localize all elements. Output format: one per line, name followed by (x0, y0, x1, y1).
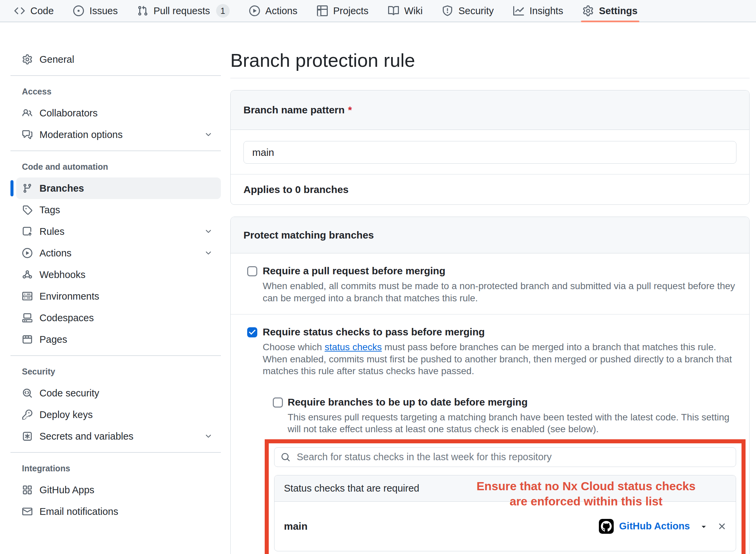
sidebar-item-environments[interactable]: Environments (16, 285, 221, 307)
sidebar-item-label: Environments (39, 291, 99, 302)
description-prefix: Choose which (263, 342, 325, 352)
caret-down-icon[interactable] (699, 522, 708, 531)
tab-actions[interactable]: Actions (239, 0, 307, 22)
code-icon (14, 5, 25, 16)
tab-code[interactable]: Code (4, 0, 63, 22)
sidebar-item-rules[interactable]: Rules (16, 221, 221, 242)
rules-icon (22, 226, 32, 237)
tab-issues[interactable]: Issues (63, 0, 127, 22)
play-icon (249, 5, 260, 16)
settings-sidebar: GeneralAccessCollaboratorsModeration opt… (10, 22, 221, 522)
apps-icon (22, 485, 32, 495)
tab-label: Wiki (404, 5, 423, 17)
sidebar-item-tags[interactable]: Tags (16, 199, 221, 221)
sidebar-item-label: Email notifications (39, 506, 118, 517)
chevron-down-icon (204, 249, 212, 257)
sidebar-item-secrets-and-variables[interactable]: Secrets and variables (16, 425, 221, 447)
sidebar-section-security: Security (10, 363, 221, 380)
sidebar-section-code-and-automation: Code and automation (10, 159, 221, 175)
webhook-icon (22, 270, 32, 280)
graph-icon (513, 5, 524, 16)
tab-projects[interactable]: Projects (307, 0, 378, 22)
book-icon (388, 5, 399, 16)
require-status-checks-description: Choose which status checks must pass bef… (263, 341, 736, 377)
tab-label: Code (30, 5, 54, 17)
tab-security[interactable]: Security (432, 0, 503, 22)
status-checks-rows: mainGitHub Actions (274, 502, 736, 551)
require-pr-checkbox[interactable] (247, 266, 257, 276)
git-pull-request-icon (137, 5, 148, 16)
branch-name-pattern-label: Branch name pattern (243, 104, 345, 116)
tab-wiki[interactable]: Wiki (378, 0, 433, 22)
sidebar-item-general[interactable]: General (16, 49, 221, 70)
require-up-to-date-checkbox[interactable] (273, 397, 283, 408)
search-icon (281, 452, 290, 462)
tab-label: Projects (333, 5, 369, 17)
status-check-name: main (284, 521, 308, 532)
sidebar-item-label: Collaborators (39, 108, 97, 119)
sidebar-divider (10, 75, 221, 76)
require-up-to-date-description: This ensures pull requests targeting a m… (288, 411, 736, 435)
sidebar-item-label: Rules (39, 226, 64, 237)
sidebar-item-label: Moderation options (39, 129, 123, 140)
tab-pull-requests[interactable]: Pull requests1 (127, 0, 239, 22)
repo-nav: CodeIssuesPull requests1ActionsProjectsW… (0, 0, 756, 22)
browser-icon (22, 334, 32, 344)
chevron-down-icon (204, 227, 212, 236)
tab-settings[interactable]: Settings (573, 0, 647, 22)
require-status-checks-checkbox[interactable] (247, 327, 257, 337)
issue-opened-icon (73, 5, 84, 16)
sidebar-item-webhooks[interactable]: Webhooks (16, 264, 221, 285)
table-icon (317, 5, 328, 16)
page-title: Branch protection rule (230, 51, 750, 78)
sidebar-item-label: Webhooks (39, 269, 86, 280)
sidebar-section-integrations: Integrations (10, 460, 221, 476)
sidebar-item-label: Branches (39, 183, 84, 194)
require-up-to-date-block: Require branches to be up to date before… (273, 396, 736, 435)
require-pr-section: Require a pull request before merging Wh… (231, 253, 749, 314)
sidebar-divider (10, 355, 221, 356)
key-icon (22, 410, 32, 420)
tab-label: Issues (89, 5, 118, 17)
applies-to-branches: Applies to 0 branches (231, 174, 749, 204)
tab-insights[interactable]: Insights (503, 0, 573, 22)
protect-matching-branches-header: Protect matching branches (231, 217, 749, 253)
gear-icon (22, 54, 32, 64)
sidebar-item-codespaces[interactable]: Codespaces (16, 307, 221, 329)
mail-icon (22, 506, 32, 517)
tab-label: Pull requests (153, 5, 210, 17)
sidebar-item-github-apps[interactable]: GitHub Apps (16, 479, 221, 501)
status-checks-search-input[interactable] (274, 447, 736, 467)
server-icon (22, 291, 32, 301)
status-check-source-link[interactable]: GitHub Actions (619, 521, 690, 532)
remove-status-check-icon[interactable] (717, 521, 727, 531)
sidebar-item-label: Actions (39, 248, 71, 259)
branch-name-pattern-input[interactable] (243, 141, 736, 164)
branch-name-pattern-card: Branch name pattern * Applies to 0 branc… (230, 90, 750, 205)
required-asterisk: * (348, 104, 352, 116)
required-status-checks-list: Status checks that are required Ensure t… (274, 475, 736, 551)
sidebar-item-branches[interactable]: Branches (16, 177, 221, 199)
sidebar-item-actions[interactable]: Actions (16, 242, 221, 264)
sidebar-item-label: General (39, 54, 74, 65)
tab-label: Actions (265, 5, 297, 17)
sidebar-item-collaborators[interactable]: Collaborators (16, 102, 221, 124)
sidebar-item-email-notifications[interactable]: Email notifications (16, 501, 221, 522)
status-checks-link[interactable]: status checks (325, 342, 382, 352)
sidebar-item-pages[interactable]: Pages (16, 329, 221, 350)
sidebar-item-label: Deploy keys (39, 409, 93, 420)
counter-badge: 1 (216, 4, 230, 18)
status-check-row: mainGitHub Actions (274, 502, 736, 551)
sidebar-item-label: GitHub Apps (39, 484, 94, 496)
require-up-to-date-label: Require branches to be up to date before… (288, 396, 736, 408)
sidebar-item-code-security[interactable]: Code security (16, 382, 221, 404)
protect-matching-branches-card: Protect matching branches Require a pull… (230, 217, 750, 554)
require-status-checks-label: Require status checks to pass before mer… (263, 326, 736, 338)
sidebar-divider (10, 150, 221, 151)
status-checks-list-header: Status checks that are required (274, 475, 736, 502)
branch-name-pattern-header: Branch name pattern * (231, 90, 749, 130)
sidebar-section-access: Access (10, 83, 221, 100)
sidebar-item-moderation-options[interactable]: Moderation options (16, 124, 221, 145)
sidebar-item-deploy-keys[interactable]: Deploy keys (16, 404, 221, 425)
tag-icon (22, 205, 32, 215)
